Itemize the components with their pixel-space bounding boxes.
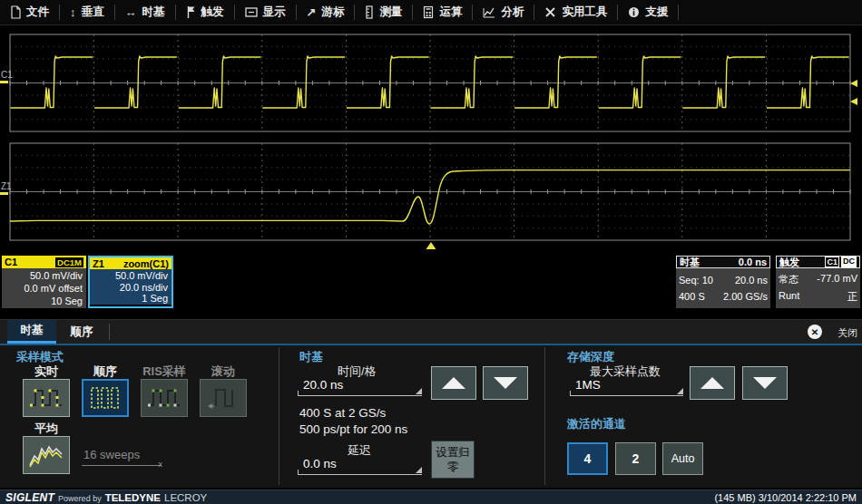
menu-item-display[interactable]: 显示 [235,0,296,24]
mode-roll-button[interactable] [200,379,247,417]
up-arrow-icon [442,377,465,389]
c1-trace [347,56,429,108]
menu-label: 分析 [501,5,524,20]
mode-sequence-button[interactable] [82,379,129,417]
menu-label: 显示 [263,5,286,20]
z1-segments: 1 Seg [93,293,168,304]
menu-item-support[interactable]: 支援 [618,0,678,24]
menu-item-vertical[interactable]: ↕ 垂直 [60,0,114,24]
mode-average-label: 平均 [23,421,70,434]
down-arrow-icon [753,377,777,389]
time-div-decrease-button[interactable] [483,366,528,400]
menu-label: 触发 [201,5,224,20]
realtime-icon [28,383,64,412]
close-label[interactable]: 关闭 [838,326,857,340]
trigger-time-marker[interactable] [426,242,436,249]
timebase-tdiv: 20.0 ns [735,275,768,286]
channels-4-button[interactable]: 4 [567,442,608,475]
timebase-section-title: 时基 [299,349,323,365]
mode-average-button[interactable] [23,436,70,474]
time-div-value: 20.0 ns [303,378,343,392]
timebase-samples: 400 S [679,291,705,302]
c1-channel-label: C1 [1,70,13,80]
mode-average: 平均 [23,421,70,474]
max-points-field[interactable]: 1MS [570,378,683,396]
math-icon [423,5,434,19]
z1-tdiv: 20.0 ns/div [93,282,168,293]
menu-label: 运算 [439,5,462,20]
delay-field[interactable]: 0.0 ns [298,457,422,475]
memory-increase-button[interactable] [690,366,735,400]
trigger-upper-level-marker[interactable] [850,80,857,87]
c1-trace [599,56,681,108]
menu-item-cursors[interactable]: ↗ 游标 [297,0,355,24]
sweeps-marker: x [159,460,163,469]
lecroy-text: LECROY [164,492,207,503]
mode-realtime-label: 实时 [23,363,70,377]
dialog-accent-line [0,344,862,345]
mode-roll-label: 滚动 [200,363,247,377]
mode-ris-button[interactable] [141,379,188,417]
active-channels-title: 激活的通道 [567,416,626,432]
c1-trace [514,56,597,108]
max-points-value: 1MS [575,378,601,392]
menu-label: 测量 [379,5,402,20]
c1-coupling-badge: DC1M [55,257,83,267]
oscilloscope-app: 文件 ↕ 垂直 ↔ 时基 触发 显示 ↗ 游标 测量 [0,0,862,504]
close-icon[interactable]: ✕ [808,325,822,339]
c1-descriptor-header: C1 DC1M [2,256,86,268]
c1-trace [94,56,177,108]
trigger-icon [186,5,196,19]
teledyne-text: TELEDYNE [105,492,161,503]
z1-zero-marker[interactable] [0,192,8,195]
c1-trace [682,56,765,108]
section-divider [279,347,279,485]
c1-trace [767,56,849,108]
time-div-increase-button[interactable] [431,366,476,400]
trigger-lower-level-marker[interactable] [850,98,857,105]
ris-icon [146,383,182,412]
time-div-field[interactable]: 20.0 ns [298,378,422,396]
z1-source: zoom(C1) [123,258,169,269]
memory-decrease-button[interactable] [742,366,788,400]
down-arrow-icon [494,377,517,389]
menu-label: 实用工具 [562,5,607,20]
c1-descriptor-body: 50.0 mV/div 0.0 mV offset 10 Seg [2,268,86,308]
channels-2-button[interactable]: 2 [615,442,656,475]
set-to-zero-button[interactable]: 设置归零 [431,441,475,479]
menu-item-trigger[interactable]: 触发 [176,0,234,24]
menu-label: 文件 [26,5,49,20]
c1-trace [262,56,345,108]
menu-item-timebase[interactable]: ↔ 时基 [115,0,175,24]
menu-item-utilities[interactable]: 实用工具 [534,0,617,24]
trigger-level: -77.0 mV [817,273,857,286]
timebase-dialog: 时基 顺序 ✕ 关闭 采样模式 实时 [0,319,862,488]
sweeps-field[interactable]: 16 sweeps x [82,448,162,466]
c1-trace [431,56,514,108]
c1-descriptor-box[interactable]: C1 DC1M 50.0 mV/div 0.0 mV offset 10 Seg [2,256,86,308]
waveform-display: C1Z1 [0,25,862,256]
trigger-descriptor-box[interactable]: 触发 C1 DC 常态 -77.0 mV Runt 正 [776,256,860,308]
z1-descriptor-box[interactable]: Z1 zoom(C1) 50.0 mV/div 20.0 ns/div 1 Se… [88,256,173,308]
menu-item-math[interactable]: 运算 [413,0,472,24]
utilities-icon [544,6,556,18]
status-bar: SIGLENT Powered by TELEDYNE LECROY (145 … [0,489,862,504]
c1-zero-marker[interactable] [0,81,8,83]
tab-sequence[interactable]: 顺序 [56,320,107,344]
menu-item-file[interactable]: 文件 [0,0,59,24]
tab-timebase[interactable]: 时基 [7,320,56,344]
mode-realtime-button[interactable] [23,379,70,417]
roll-icon [205,383,241,412]
menu-item-measure[interactable]: 测量 [355,0,412,24]
menu-label: 时基 [142,5,165,20]
c1-vdiv: 50.0 mV/div [5,270,83,281]
menu-item-analysis[interactable]: 分析 [473,0,534,24]
channels-auto-button[interactable]: Auto [662,442,703,475]
z1-vdiv: 50.0 mV/div [93,270,168,281]
tab-divider [109,324,110,340]
timebase-descriptor-box[interactable]: 时基 0.0 ns Seq: 10 20.0 ns 400 S 2.00 GS/… [676,256,770,308]
dialog-tab-bar: 时基 顺序 ✕ 关闭 [0,320,862,344]
timebase-descriptor-header: 时基 0.0 ns [676,256,770,268]
file-icon [10,5,21,19]
trigger-coupling-badge: DC [841,257,857,267]
